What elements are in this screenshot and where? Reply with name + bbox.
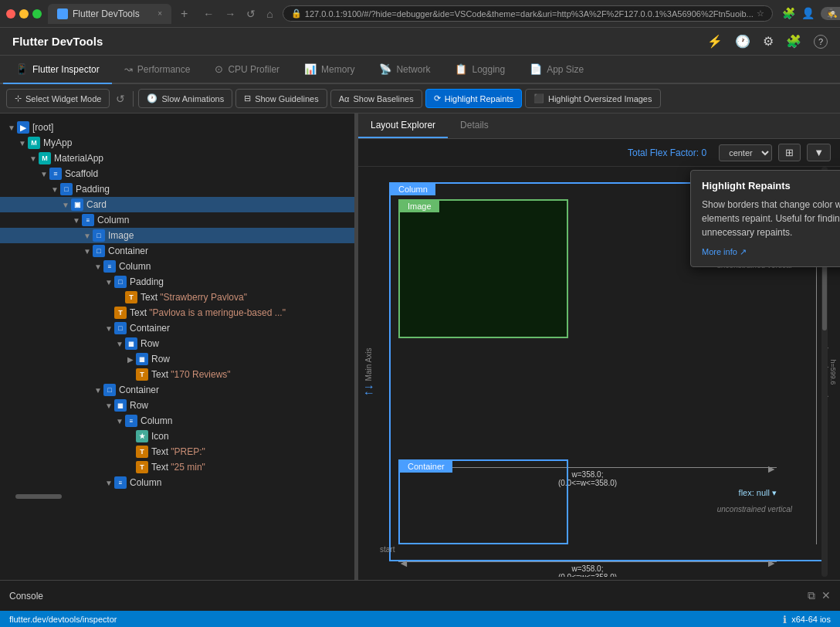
profile-icon[interactable]: 👤 [801, 7, 815, 20]
tree-item-column-4[interactable]: ▼ ≡ Column [0, 475, 354, 490]
tree-arrow[interactable]: ▼ [28, 154, 39, 163]
network-icon: 📡 [379, 63, 391, 75]
tree-arrow[interactable]: ▼ [103, 402, 114, 410]
start-text: start [380, 545, 395, 554]
maximize-dot[interactable] [32, 9, 42, 19]
tree-item-row-2[interactable]: ▶ ▦ Row [0, 351, 354, 367]
bookmark-icon[interactable]: ☆ [757, 8, 764, 19]
tree-arrow[interactable]: ▼ [49, 185, 60, 194]
tree-label-container-1: Container [108, 246, 148, 256]
center-select[interactable]: center [719, 144, 772, 161]
slow-animations-label: Slow Animations [161, 94, 224, 103]
tree-item-text-25min[interactable]: T Text "25 min" [0, 459, 354, 475]
tree-item-scaffold[interactable]: ▼ ≡ Scaffold [0, 166, 354, 181]
highlight-repaints-btn[interactable]: ⟳ Highlight Repaints [425, 89, 522, 108]
tree-item-text-strawberry[interactable]: T Text "Strawberry Pavlova" [0, 290, 354, 305]
flex-null-2[interactable]: flex: null ▾ [739, 488, 777, 498]
guidelines-icon: ⊟ [244, 93, 251, 103]
tree-item-container-1[interactable]: ▼ □ Container [0, 243, 354, 259]
show-guidelines-btn[interactable]: ⊟ Show Guidelines [235, 89, 327, 108]
extensions-icon[interactable]: 🧩 [782, 7, 795, 20]
panel-tab-layout-explorer[interactable]: Layout Explorer [358, 114, 448, 138]
tab-add-btn[interactable]: + [178, 7, 191, 21]
tree-arrow[interactable]: ▼ [103, 479, 114, 487]
nav-refresh-btn[interactable]: ↺ [243, 6, 259, 22]
nav-home-btn[interactable]: ⌂ [263, 6, 276, 22]
tree-icon-container-2: □ [114, 322, 127, 334]
tree-arrow[interactable]: ▼ [71, 216, 82, 225]
select-widget-label: Select Widget Mode [25, 94, 101, 103]
tree-item-icon[interactable]: ★ Icon [0, 429, 354, 444]
tree-label-icon: Icon [151, 431, 169, 442]
tab-performance[interactable]: ↝ Performance [112, 56, 203, 84]
address-bar[interactable]: 🔒 127.0.0.1:9100/#/?hide=debugger&ide=VS… [283, 5, 773, 22]
tree-item-text-pavlova[interactable]: T Text "Pavlova is a meringue-based ..." [0, 305, 354, 320]
tab-close-btn[interactable]: × [158, 9, 162, 18]
tree-item-column-2[interactable]: ▼ ≡ Column [0, 259, 354, 274]
browser-tab[interactable]: Flutter DevTools × [48, 4, 171, 24]
tree-arrow[interactable]: ▼ [39, 170, 49, 178]
tree-item-row-3[interactable]: ▼ ▦ Row [0, 398, 354, 413]
tree-arrow[interactable]: ▼ [82, 247, 93, 256]
tab-flutter-inspector[interactable]: 📱 Flutter Inspector [3, 56, 112, 84]
slow-animations-btn[interactable]: 🕐 Slow Animations [138, 89, 232, 108]
nav-forward-btn[interactable]: → [222, 6, 239, 22]
select-widget-mode-btn[interactable]: ⊹ Select Widget Mode [6, 89, 110, 108]
highlight-oversized-btn[interactable]: ⬛ Highlight Oversized Images [525, 89, 661, 108]
tree-icon-root: ▶ [17, 121, 29, 134]
tree-arrow[interactable]: ▼ [60, 201, 71, 209]
highlight-repaints-tooltip: Highlight Repaints Show borders that cha… [690, 170, 840, 267]
tree-arrow[interactable]: ▼ [6, 124, 17, 132]
tooltip-more-info[interactable]: More info ↗ [702, 247, 840, 257]
tree-icon-container-3: □ [103, 384, 116, 396]
tab-cpu-profiler[interactable]: ⊙ CPU Profiler [202, 56, 292, 84]
tree-item-myapp[interactable]: ▼ M MyApp [0, 135, 354, 151]
tree-arrow[interactable]: ▼ [103, 324, 114, 333]
help-icon[interactable]: ? [814, 35, 828, 49]
tab-app-size[interactable]: 📄 App Size [517, 56, 596, 84]
tree-arrow[interactable]: ▶ [125, 355, 136, 364]
tree-arrow[interactable]: ▼ [82, 232, 93, 240]
tree-item-materialapp[interactable]: ▼ M MaterialApp [0, 151, 354, 166]
settings-icon[interactable]: ⚙ [763, 34, 774, 49]
tree-item-container-3[interactable]: ▼ □ Container [0, 382, 354, 398]
tree-arrow[interactable]: ▼ [93, 386, 103, 395]
console-close-icon[interactable]: ✕ [821, 589, 831, 602]
close-dot[interactable] [6, 9, 15, 19]
refresh-btn[interactable]: ↺ [113, 90, 128, 108]
minimize-dot[interactable] [19, 9, 29, 19]
tree-item-container-2[interactable]: ▼ □ Container [0, 320, 354, 336]
tree-arrow[interactable]: ▼ [114, 417, 125, 425]
layout-icon-btn-1[interactable]: ⊞ [778, 144, 801, 161]
tree-arrow[interactable]: ▼ [93, 263, 103, 271]
tree-arrow[interactable]: ▼ [114, 340, 125, 348]
tree-arrow[interactable]: ▼ [103, 278, 114, 286]
logging-icon: 📋 [455, 63, 467, 75]
tree-item-root[interactable]: ▼ ▶ [root] [0, 120, 354, 135]
panel-tab-details[interactable]: Details [448, 114, 501, 138]
history-icon[interactable]: 🕐 [735, 34, 750, 49]
lightning-icon[interactable]: ⚡ [707, 34, 723, 49]
tree-item-card[interactable]: ▼ ▣ Card [0, 197, 354, 212]
nav-back-btn[interactable]: ← [200, 6, 217, 22]
tree-item-column-3[interactable]: ▼ ≡ Column [0, 413, 354, 429]
tree-item-text-prep[interactable]: T Text "PREP:" [0, 444, 354, 459]
h-scrollbar-tree[interactable] [0, 493, 354, 500]
show-baselines-btn[interactable]: Aα Show Baselines [330, 90, 422, 108]
tree-item-padding-1[interactable]: ▼ □ Padding [0, 181, 354, 197]
console-copy-icon[interactable]: ⧉ [808, 589, 815, 602]
tab-logging[interactable]: 📋 Logging [442, 56, 517, 84]
tree-item-row-1[interactable]: ▼ ▦ Row [0, 336, 354, 351]
tree-arrow[interactable]: ▼ [17, 139, 28, 147]
layout-icon-btn-2[interactable]: ▼ [807, 144, 831, 161]
tree-item-padding-2[interactable]: ▼ □ Padding [0, 274, 354, 290]
tree-label-root: [root] [32, 122, 53, 133]
tree-icon-card: ▣ [71, 198, 83, 211]
tree-icon-row-2: ▦ [136, 353, 148, 365]
tree-item-column-1[interactable]: ▼ ≡ Column [0, 212, 354, 228]
tree-item-image[interactable]: ▼ □ Image [0, 228, 354, 243]
tab-network[interactable]: 📡 Network [367, 56, 442, 84]
extensions-icon[interactable]: 🧩 [786, 34, 801, 49]
tree-item-text-reviews[interactable]: T Text "170 Reviews" [0, 367, 354, 382]
tab-memory[interactable]: 📊 Memory [292, 56, 367, 84]
